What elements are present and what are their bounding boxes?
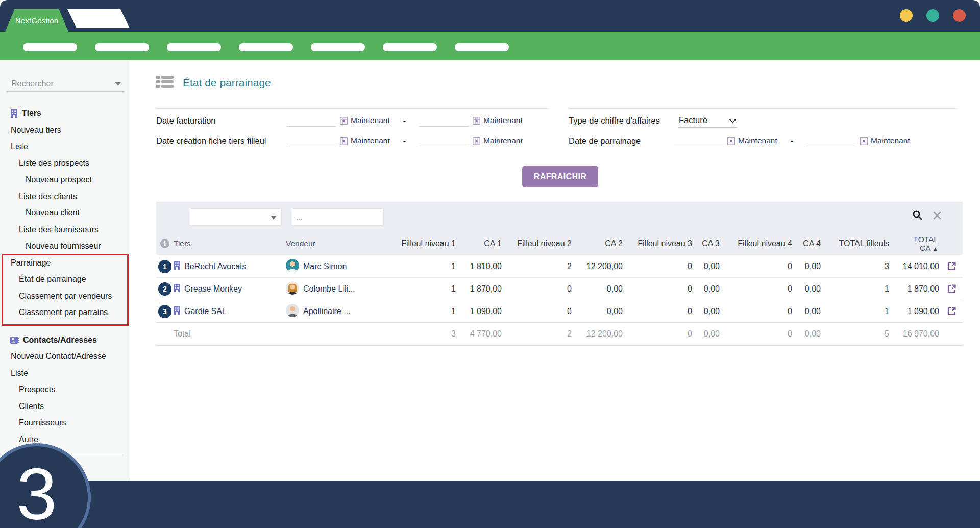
calendar-icon[interactable] xyxy=(340,137,348,145)
date-facturation-from-now-link[interactable]: Maintenant xyxy=(351,116,390,125)
sidebar-item-label: Parrainage xyxy=(11,258,51,268)
vendeur-link[interactable]: Marc Simon xyxy=(303,262,347,271)
nav-pill[interactable] xyxy=(311,43,365,51)
page-title: État de parrainage xyxy=(183,77,271,89)
sidebar-menu: Tiers Nouveau tiers Liste Liste des pros… xyxy=(0,105,130,448)
vendeur-link[interactable]: Apollinaire ... xyxy=(303,307,351,316)
sort-asc-icon: ▲ xyxy=(933,246,938,252)
table-filter-select[interactable] xyxy=(190,208,282,226)
sidebar-item-classement-par-parrains[interactable]: Classement par parrains xyxy=(0,304,130,321)
window-control-close[interactable] xyxy=(953,9,966,22)
sidebar-item-etat-de-parrainage[interactable]: État de parrainage xyxy=(0,271,130,288)
col-header-ca2[interactable]: CA 2 xyxy=(573,239,624,248)
window-control-maximize[interactable] xyxy=(926,9,939,22)
date-parrainage-from-input[interactable] xyxy=(674,135,723,147)
col-header-ca3[interactable]: CA 3 xyxy=(693,239,721,248)
sidebar-item-liste-des-fournisseurs[interactable]: Liste des fournisseurs xyxy=(0,222,130,238)
search-icon[interactable] xyxy=(912,210,923,223)
calendar-icon[interactable] xyxy=(473,137,480,145)
calendar-icon[interactable] xyxy=(727,137,735,145)
col-header-filleul-niveau-2[interactable]: Filleul niveau 2 xyxy=(503,239,573,248)
sidebar-item-liste-tiers[interactable]: Liste xyxy=(0,138,130,155)
nav-pill[interactable] xyxy=(239,43,293,51)
date-creation-from-now-link[interactable]: Maintenant xyxy=(351,136,390,146)
col-header-tiers[interactable]: Tiers xyxy=(174,239,286,248)
nav-pill[interactable] xyxy=(167,43,221,51)
sidebar-item-liste-des-clients[interactable]: Liste des clients xyxy=(0,188,130,205)
sidebar-item-clients[interactable]: Clients xyxy=(0,398,130,415)
col-header-ca1[interactable]: CA 1 xyxy=(457,239,503,248)
sidebar-item-parrainage[interactable]: Parrainage xyxy=(0,255,130,272)
sidebar-item-label: Tiers xyxy=(22,109,41,118)
col-header-filleul-niveau-3[interactable]: Filleul niveau 3 xyxy=(624,239,693,248)
date-creation-from-input[interactable] xyxy=(286,135,336,147)
cell-ca2: 0,00 xyxy=(573,284,624,294)
col-header-vendeur[interactable]: Vendeur xyxy=(286,239,388,248)
search-input[interactable]: Rechercher xyxy=(7,76,124,92)
date-parrainage-to-now-link[interactable]: Maintenant xyxy=(871,136,910,146)
info-icon: i xyxy=(160,239,169,248)
caret-down-icon xyxy=(271,216,276,220)
sidebar-item-nouveau-fournisseur[interactable]: Nouveau fournisseur xyxy=(0,238,130,255)
date-facturation-to-now-link[interactable]: Maintenant xyxy=(483,116,523,125)
nav-pill[interactable] xyxy=(23,43,77,51)
sidebar-item-prospects[interactable]: Prospects xyxy=(0,381,130,398)
info-column-header[interactable]: i xyxy=(156,239,174,248)
date-parrainage-from-now-link[interactable]: Maintenant xyxy=(738,136,777,146)
search-placeholder: Rechercher xyxy=(7,79,54,88)
range-separator: - xyxy=(791,136,793,146)
table-filter-input[interactable] xyxy=(292,208,384,226)
calendar-icon[interactable] xyxy=(473,117,480,125)
nav-pill[interactable] xyxy=(383,43,437,51)
filter-divider-right xyxy=(569,108,958,109)
col-header-filleul-niveau-1[interactable]: Filleul niveau 1 xyxy=(388,239,457,248)
sidebar-item-nouveau-prospect[interactable]: Nouveau prospect xyxy=(0,172,130,188)
refresh-button[interactable]: RAFRAICHIR xyxy=(522,166,598,187)
date-facturation-to-input[interactable] xyxy=(419,114,469,127)
secondary-tab[interactable] xyxy=(67,9,130,28)
col-header-total-filleuls[interactable]: TOTAL filleuls xyxy=(822,239,890,248)
cell-filleul-niveau-2: 0 xyxy=(503,284,573,294)
sidebar-item-liste-contacts[interactable]: Liste xyxy=(0,365,130,382)
nav-pill[interactable] xyxy=(455,43,509,51)
date-facturation-from-input[interactable] xyxy=(286,114,336,127)
sidebar-item-nouveau-client[interactable]: Nouveau client xyxy=(0,205,130,222)
vendeur-link[interactable]: Colombe Lili... xyxy=(303,284,355,294)
date-parrainage-to-input[interactable] xyxy=(806,135,856,147)
tiers-link[interactable]: Gardie SAL xyxy=(184,307,227,316)
sidebar-item-fournisseurs[interactable]: Fournisseurs xyxy=(0,415,130,431)
calendar-icon[interactable] xyxy=(860,137,868,145)
sidebar-item-label: Classement par parrains xyxy=(19,308,108,317)
total-ca1: 4 770,00 xyxy=(457,329,503,339)
close-icon[interactable] xyxy=(933,211,941,222)
sidebar-item-nouveau-contact-adresse[interactable]: Nouveau Contact/Adresse xyxy=(0,348,130,365)
cell-filleul-niveau-3: 0 xyxy=(624,262,693,271)
col-header-ca4[interactable]: CA 4 xyxy=(793,239,822,248)
sidebar-item-autre[interactable]: Autre xyxy=(0,431,130,448)
type-ca-select[interactable]: Facturé xyxy=(678,114,737,128)
brand-tab[interactable]: NextGestion xyxy=(5,9,68,32)
open-detail-icon[interactable] xyxy=(947,261,957,271)
open-detail-icon[interactable] xyxy=(947,284,957,294)
sidebar-item-label: État de parrainage xyxy=(19,275,86,284)
brand-logo-text: NextGestion xyxy=(15,16,59,25)
tiers-link[interactable]: Grease Monkey xyxy=(184,284,242,294)
calendar-icon[interactable] xyxy=(340,117,348,125)
col-header-total-ca-line1: TOTAL xyxy=(913,235,938,244)
nav-pill[interactable] xyxy=(95,43,149,51)
sidebar-item-label: Nouveau client xyxy=(26,208,80,218)
cell-ca1: 1 870,00 xyxy=(457,284,503,294)
date-creation-to-now-link[interactable]: Maintenant xyxy=(483,136,523,146)
window-control-minimize[interactable] xyxy=(900,9,913,22)
sidebar-item-contacts-adresses[interactable]: Contacts/Adresses xyxy=(0,332,130,349)
col-header-filleul-niveau-4[interactable]: Filleul niveau 4 xyxy=(721,239,793,248)
col-header-total-ca[interactable]: TOTAL CA ▲ xyxy=(890,235,940,252)
sidebar-item-tiers[interactable]: Tiers xyxy=(0,105,130,122)
cell-filleul-niveau-1: 1 xyxy=(388,284,457,294)
sidebar-item-nouveau-tiers[interactable]: Nouveau tiers xyxy=(0,122,130,139)
sidebar-item-classement-par-vendeurs[interactable]: Classement par vendeurs xyxy=(0,288,130,305)
sidebar-item-liste-des-prospects[interactable]: Liste des prospects xyxy=(0,155,130,172)
open-detail-icon[interactable] xyxy=(947,306,957,316)
tiers-link[interactable]: BeRecht Avocats xyxy=(184,262,247,271)
date-creation-to-input[interactable] xyxy=(419,135,469,147)
